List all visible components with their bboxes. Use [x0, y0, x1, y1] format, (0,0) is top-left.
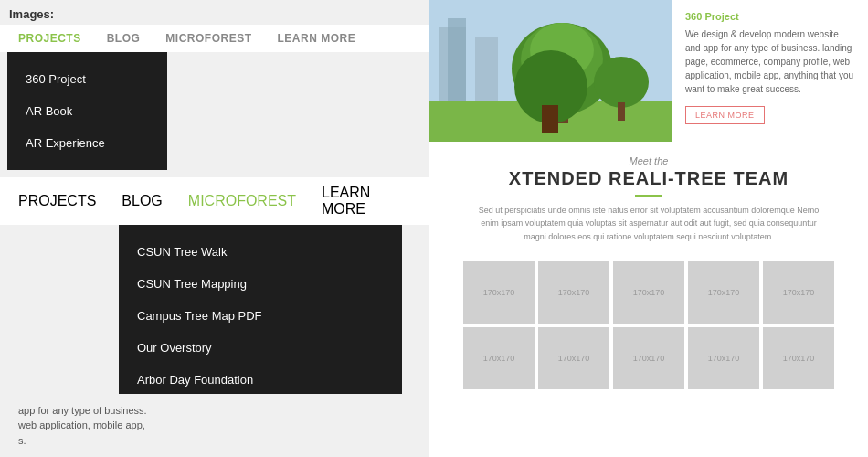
svg-point-7: [530, 23, 594, 78]
team-title: XTENDED REALI-TREE TEAM: [448, 168, 850, 189]
photo-10: 170x170: [763, 327, 834, 389]
bottom-text-snippet: app for any type of business. web applic…: [0, 394, 429, 458]
dd2-item-0[interactable]: CSUN Tree Walk: [119, 236, 402, 268]
nav1-projects[interactable]: PROJECTS: [18, 32, 81, 45]
photo-9: 170x170: [688, 327, 759, 389]
dd1-item-1[interactable]: AR Book: [7, 95, 167, 127]
hero-image: [429, 0, 672, 142]
svg-rect-12: [571, 87, 584, 92]
svg-rect-10: [618, 102, 625, 121]
nav2-projects[interactable]: PROJECTS: [18, 193, 96, 209]
photo-3: 170x170: [613, 261, 684, 324]
photo-grid: 170x170 170x170 170x170 170x170 170x170 …: [429, 252, 868, 399]
hero-text-area: 360 Project We design & develop modern w…: [672, 0, 868, 142]
dropdown-projects: 360 Project AR Book AR Experience: [7, 52, 167, 170]
photo-1: 170x170: [463, 261, 535, 324]
dd2-item-3[interactable]: Our Overstory: [119, 332, 402, 364]
left-panel: Images: PROJECTS BLOG MICROFOREST LEARN …: [0, 0, 429, 457]
hero-section: 360 Project We design & develop modern w…: [429, 0, 868, 142]
learn-more-button[interactable]: LEARN MORE: [685, 106, 765, 124]
hero-description: We design & develop modern website and a…: [685, 27, 854, 96]
photo-7: 170x170: [538, 327, 609, 389]
nav-bar-2: PROJECTS BLOG MICROFOREST LEARN MORE: [0, 177, 429, 225]
svg-rect-4: [429, 101, 672, 142]
dd1-item-0[interactable]: 360 Project: [7, 63, 167, 95]
team-description: Sed ut perspiciatis unde omnis iste natu…: [475, 204, 822, 243]
hero-svg: [429, 0, 672, 142]
nav2-microforest[interactable]: MICROFOREST: [188, 193, 296, 209]
photo-5: 170x170: [763, 261, 834, 324]
photo-6: 170x170: [463, 327, 535, 389]
team-divider: [635, 195, 662, 197]
photo-8: 170x170: [613, 327, 684, 389]
svg-rect-11: [576, 91, 579, 101]
svg-rect-13: [577, 83, 580, 89]
team-section: Meet the XTENDED REALI-TREE TEAM Sed ut …: [429, 142, 868, 252]
nav1-blog[interactable]: BLOG: [107, 32, 141, 45]
nav2-blog[interactable]: BLOG: [122, 193, 162, 209]
photo-4: 170x170: [688, 261, 759, 324]
dd1-item-2[interactable]: AR Experience: [7, 127, 167, 159]
svg-rect-2: [448, 18, 466, 101]
svg-point-9: [594, 57, 649, 108]
dd2-item-2[interactable]: Campus Tree Map PDF: [119, 300, 402, 332]
photo-2: 170x170: [538, 261, 609, 324]
meet-the-label: Meet the: [448, 155, 850, 166]
nav1-learn-more[interactable]: LEARN MORE: [278, 32, 356, 45]
svg-rect-8: [556, 96, 568, 123]
dd2-item-4[interactable]: Arbor Day Foundation: [119, 364, 402, 396]
dd2-item-1[interactable]: CSUN Tree Mapping: [119, 268, 402, 300]
svg-rect-3: [475, 37, 498, 101]
images-label: Images:: [0, 0, 429, 25]
right-panel: 360 Project We design & develop modern w…: [429, 0, 868, 457]
nav2-learn-more[interactable]: LEARN MORE: [322, 185, 411, 218]
nav-bar-1: PROJECTS BLOG MICROFOREST LEARN MORE: [0, 25, 429, 52]
hero-project-label: 360 Project: [685, 11, 854, 22]
nav1-microforest[interactable]: MICROFOREST: [165, 32, 251, 45]
